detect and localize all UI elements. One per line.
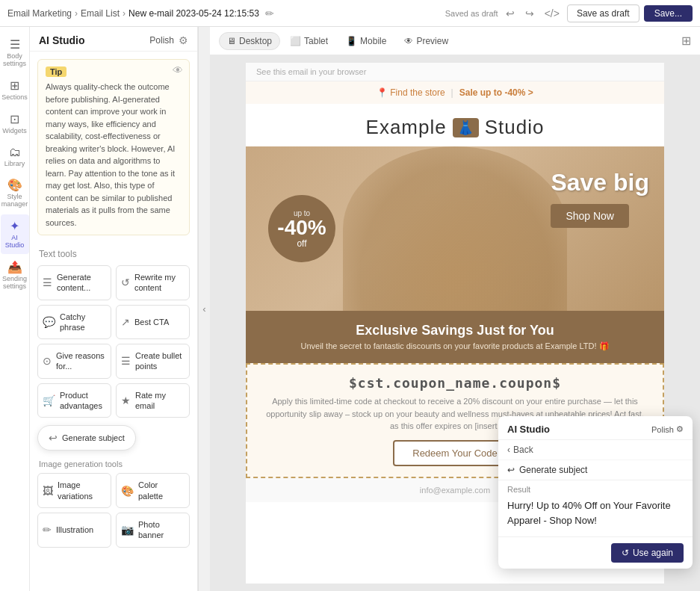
ai-result-gen-subject: ↩ Generate subject [498, 460, 693, 480]
promo-sale-text: Sale up to -40% > [459, 87, 533, 98]
panel-collapse-button[interactable]: ‹ [198, 27, 210, 591]
exclusive-title: Exclusive Savings Just for You [261, 323, 649, 338]
sections-icon: ⊞ [10, 78, 19, 93]
sidebar-item-sending-settings[interactable]: 📤 Sending settings [1, 256, 29, 295]
breadcrumb-item-1[interactable]: Email Marketing [7, 8, 72, 19]
body-settings-icon: ☰ [10, 37, 20, 52]
color-palette-icon: 🎨 [121, 485, 134, 497]
give-reasons-icon: ⊙ [43, 355, 52, 367]
tab-preview[interactable]: 👁 Preview [396, 32, 456, 50]
illustration-button[interactable]: ✏ Illustration [37, 513, 111, 548]
sidebar-item-widgets[interactable]: ⊡ Widgets [1, 108, 29, 140]
canvas-right-icons: ⊞ [681, 34, 691, 48]
breadcrumb: Email Marketing › Email List › New e-mai… [7, 6, 441, 21]
tab-mobile[interactable]: 📱 Mobile [338, 32, 394, 50]
rewrite-content-button[interactable]: ↺ Rewrite my content [116, 265, 190, 300]
give-reasons-label: Give reasons for... [56, 350, 106, 372]
right-area: 🖥 Desktop ⬜ Tablet 📱 Mobile 👁 Preview ⊞ [210, 27, 700, 591]
tab-desktop[interactable]: 🖥 Desktop [219, 32, 280, 50]
generate-content-button[interactable]: ☰ Generate content... [37, 265, 111, 300]
save-as-draft-button[interactable]: Save as draft [567, 4, 639, 22]
grid-icon[interactable]: ⊞ [681, 34, 691, 48]
email-promo-bar: 📍 Find the store | Sale up to -40% > [246, 81, 664, 104]
best-cta-label: Best CTA [134, 317, 169, 327]
refresh-icon: ↺ [622, 548, 629, 558]
sidebar-item-ai-studio[interactable]: ✦ AI Studio [1, 214, 29, 254]
ai-result-label: Result [498, 480, 693, 495]
exclusive-section: Exclusive Savings Just for You Unveil th… [246, 311, 664, 363]
preview-icon: 👁 [404, 36, 413, 46]
shop-now-button[interactable]: Shop Now [551, 204, 629, 228]
generate-subject-label: Generate subject [62, 433, 125, 442]
back-chevron-icon: ‹ [507, 445, 510, 455]
rate-email-button[interactable]: ★ Rate my email [116, 383, 190, 418]
illustration-icon: ✏ [43, 524, 52, 536]
catchy-phrase-label: Catchy phrase [60, 312, 106, 333]
gear-icon[interactable]: ⚙ [179, 34, 188, 46]
color-palette-button[interactable]: 🎨 Color palette [116, 473, 190, 508]
ai-result-polish-btn[interactable]: Polish ⚙ [651, 424, 684, 434]
undo-btn[interactable]: ↩ [503, 6, 518, 21]
canvas-toolbar: 🖥 Desktop ⬜ Tablet 📱 Mobile 👁 Preview ⊞ [210, 27, 700, 55]
gen-subject-icon: ↩ [507, 465, 515, 475]
code-btn[interactable]: </> [542, 6, 563, 21]
hero-section: up to -40% off Save big Shop Now [246, 146, 664, 311]
tablet-icon: ⬜ [290, 36, 301, 46]
catchy-phrase-button[interactable]: 💬 Catchy phrase [37, 305, 111, 340]
ai-result-back-button[interactable]: ‹ Back [498, 440, 693, 460]
tip-label: Tip [46, 66, 66, 77]
style-manager-icon: 🎨 [7, 178, 22, 192]
best-cta-icon: ↗ [121, 316, 130, 328]
create-bullet-button[interactable]: ☰ Create bullet points [116, 344, 190, 379]
photo-banner-label: Photo banner [138, 519, 185, 541]
location-icon: 📍 [377, 87, 388, 98]
tab-tablet[interactable]: ⬜ Tablet [282, 32, 336, 50]
product-icon: 🛒 [43, 394, 55, 406]
tip-close-icon[interactable]: 👁 [173, 64, 183, 76]
sidebar-item-style-manager[interactable]: 🎨 Style manager [1, 173, 29, 213]
ai-result-title: AI Studio [507, 424, 550, 435]
generate-subject-button[interactable]: ↩ Generate subject [37, 425, 136, 451]
sidebar-item-body-settings[interactable]: ☰ Body settings [1, 33, 29, 72]
generate-subject-wrap: ↩ Generate subject [30, 421, 197, 455]
exclusive-sub: Unveil the secret to fantastic discounts… [261, 341, 649, 351]
give-reasons-button[interactable]: ⊙ Give reasons for... [37, 344, 111, 379]
rate-icon: ★ [121, 394, 131, 406]
tablet-tab-label: Tablet [304, 36, 328, 46]
photo-banner-button[interactable]: 📷 Photo banner [116, 513, 190, 548]
use-again-label: Use again [633, 548, 673, 558]
polish-button[interactable]: Polish [149, 35, 174, 46]
ai-result-polish-label: Polish [651, 425, 674, 434]
best-cta-button[interactable]: ↗ Best CTA [116, 305, 190, 340]
breadcrumb-item-2[interactable]: Email List [81, 8, 120, 19]
sidebar-item-label: Library [4, 161, 25, 168]
image-tools-grid: 🖼 Image variations 🎨 Color palette ✏ Ill… [30, 470, 197, 554]
text-tools-label: Text tools [30, 243, 197, 262]
find-store-label: Find the store [390, 87, 445, 98]
desktop-icon: 🖥 [227, 36, 236, 46]
image-variations-icon: 🖼 [43, 485, 53, 497]
hero-badge-up-text: up to [294, 209, 310, 217]
tip-text: Always quality-check the outcome before … [46, 81, 182, 229]
sidebar-item-sections[interactable]: ⊞ Sections [1, 74, 29, 106]
ai-result-text: Hurry! Up to 40% Off on Your Favorite Ap… [498, 495, 693, 536]
rewrite-icon: ↺ [121, 276, 130, 288]
ai-panel-header-right: Polish ⚙ [149, 34, 188, 46]
main-layout: ☰ Body settings ⊞ Sections ⊡ Widgets 🗂 L… [0, 27, 700, 591]
ai-panel-header: AI Studio Polish ⚙ [30, 27, 197, 52]
tip-box: Tip 👁 Always quality-check the outcome b… [37, 59, 190, 235]
sidebar-item-label: Style manager [1, 194, 28, 208]
product-advantages-button[interactable]: 🛒 Product advantages [37, 383, 111, 418]
edit-title-icon[interactable]: ✏ [262, 6, 277, 21]
save-button[interactable]: Save... [644, 5, 693, 22]
footer-email: info@example.com [420, 486, 490, 495]
image-variations-button[interactable]: 🖼 Image variations [37, 473, 111, 508]
find-store-link[interactable]: 📍 Find the store [377, 87, 445, 98]
use-again-button[interactable]: ↺ Use again [611, 543, 684, 563]
sidebar-item-library[interactable]: 🗂 Library [1, 141, 29, 173]
topbar-actions: ↩ ↪ </> Save as draft Save... [503, 4, 693, 22]
redo-btn[interactable]: ↪ [522, 6, 537, 21]
sidebar-item-label: AI Studio [4, 235, 26, 250]
generate-content-icon: ☰ [43, 276, 52, 288]
browser-link[interactable]: See this email in your browser [256, 67, 366, 76]
